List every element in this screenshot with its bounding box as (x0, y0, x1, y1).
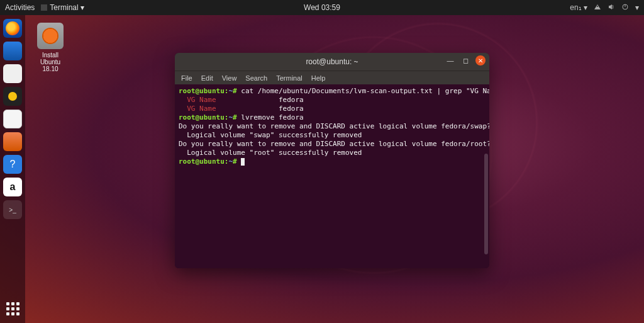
prompt-user: root@ubuntu (179, 113, 225, 122)
minimize-button[interactable]: — (445, 55, 455, 65)
volume-icon[interactable] (608, 3, 615, 13)
close-button[interactable]: ✕ (475, 55, 486, 65)
dock-amazon-icon[interactable]: a (3, 178, 22, 196)
prompt-user: root@ubuntu (179, 87, 225, 95)
dock-rhythmbox-icon[interactable] (3, 87, 22, 106)
menu-view[interactable]: View (222, 74, 237, 82)
menu-search[interactable]: Search (245, 74, 267, 82)
window-titlebar[interactable]: root@ubuntu: ~ — ◻ ✕ (175, 53, 489, 71)
prompt-char: # (233, 157, 237, 166)
term-cmd-2: lvremove fedora (237, 113, 304, 122)
power-icon[interactable] (621, 3, 629, 13)
input-source-indicator[interactable]: en₁ ▾ (570, 3, 587, 12)
terminal-cursor (241, 158, 245, 166)
term-output: Logical volume "root" successfully remov… (179, 149, 362, 157)
dock: ? a (0, 15, 25, 323)
prompt-user: root@ubuntu (179, 157, 225, 166)
dock-thunderbird-icon[interactable] (3, 42, 22, 60)
maximize-button[interactable]: ◻ (460, 55, 470, 65)
terminal-scrollbar[interactable] (484, 154, 488, 254)
dock-files-icon[interactable] (3, 64, 22, 83)
vg-name-value: fedora (216, 96, 304, 104)
show-applications-button[interactable] (3, 299, 22, 318)
window-title: root@ubuntu: ~ (306, 57, 358, 66)
terminal-window: root@ubuntu: ~ — ◻ ✕ File Edit View Sear… (175, 53, 489, 268)
dock-software-icon[interactable] (3, 132, 22, 151)
menu-help[interactable]: Help (311, 74, 326, 82)
terminal-menubar: File Edit View Search Terminal Help (175, 71, 489, 84)
term-output: Logical volume "swap" successfully remov… (179, 131, 362, 139)
activities-button[interactable]: Activities (5, 3, 35, 12)
dock-terminal-icon[interactable] (3, 200, 22, 219)
chevron-down-icon[interactable]: ▾ (635, 3, 639, 12)
prompt-char: # (233, 87, 237, 95)
dock-writer-icon[interactable] (3, 110, 22, 128)
vg-name-label: VG Name (179, 96, 216, 104)
desktop-icon-label: Install Ubuntu 18.10 (31, 52, 69, 72)
ubuntu-logo-icon (37, 23, 64, 49)
app-menu[interactable]: Terminal ▾ (41, 3, 84, 12)
svg-point-0 (597, 6, 598, 7)
prompt-char: # (233, 113, 237, 122)
term-output: Do you really want to remove and DISCARD… (179, 140, 489, 148)
dock-firefox-icon[interactable] (3, 19, 22, 38)
vg-name-value: fedora (216, 105, 304, 113)
terminal-body[interactable]: root@ubuntu:~# cat /home/ubuntu/Document… (175, 84, 489, 268)
install-ubuntu-desktop-icon[interactable]: Install Ubuntu 18.10 (31, 23, 69, 72)
dock-help-icon[interactable]: ? (3, 155, 22, 174)
term-cmd-1: cat /home/ubuntu/Documents/lvm-scan-outp… (237, 87, 489, 95)
clock[interactable]: Wed 03:59 (304, 3, 340, 12)
vg-name-label: VG Name (179, 105, 216, 113)
terminal-icon (41, 4, 47, 11)
menu-file[interactable]: File (181, 74, 192, 82)
menu-edit[interactable]: Edit (201, 74, 213, 82)
app-menu-label: Terminal ▾ (50, 3, 84, 12)
network-icon[interactable] (594, 3, 601, 13)
term-output: Do you really want to remove and DISCARD… (179, 122, 489, 130)
gnome-top-bar: Activities Terminal ▾ Wed 03:59 en₁ ▾ ▾ (0, 0, 644, 15)
menu-terminal[interactable]: Terminal (276, 74, 303, 82)
